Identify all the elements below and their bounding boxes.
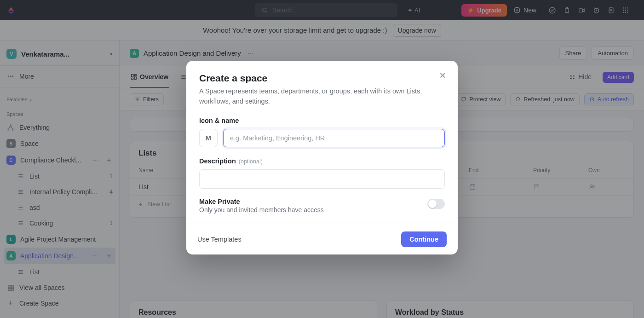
continue-button[interactable]: Continue bbox=[401, 231, 447, 247]
description-input[interactable] bbox=[199, 169, 445, 189]
close-icon[interactable]: ✕ bbox=[439, 71, 446, 81]
description-label: Description bbox=[199, 157, 236, 165]
modal-overlay[interactable]: Create a space ✕ A Space represents team… bbox=[0, 0, 644, 318]
icon-name-label: Icon & name bbox=[199, 117, 445, 124]
private-title: Make Private bbox=[199, 198, 324, 205]
use-templates-link[interactable]: Use Templates bbox=[197, 236, 242, 243]
modal-title: Create a space bbox=[199, 73, 267, 83]
space-icon-picker[interactable]: M bbox=[199, 129, 218, 147]
private-toggle[interactable] bbox=[427, 199, 445, 209]
private-subtitle: Only you and invited members have access bbox=[199, 206, 324, 214]
create-space-modal: Create a space ✕ A Space represents team… bbox=[186, 61, 458, 254]
space-name-input[interactable] bbox=[223, 129, 445, 147]
modal-subtitle: A Space represents teams, departments, o… bbox=[199, 87, 445, 107]
optional-hint: (optional) bbox=[239, 158, 263, 165]
